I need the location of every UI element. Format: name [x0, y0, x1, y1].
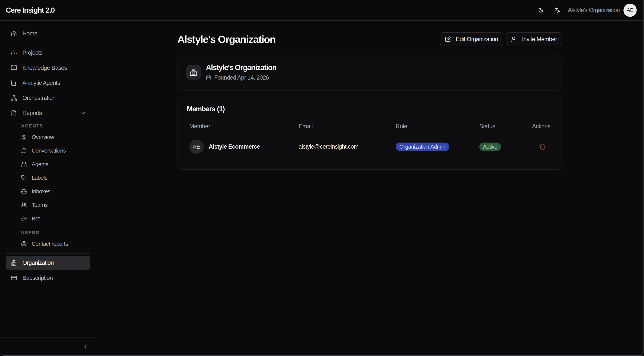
section-label-users: USERS	[12, 226, 90, 238]
member-table-row: AE Alstyle Ecommerce aistyle@cereinsight…	[189, 135, 553, 158]
dark-mode-toggle-button[interactable]	[538, 7, 544, 13]
sidebar-item-label: Subscription	[22, 274, 53, 281]
invite-member-button[interactable]: Invite Member	[506, 33, 562, 46]
sidebar-item-label: Labels	[32, 175, 48, 181]
sidebar-divider	[6, 44, 90, 44]
role-badge: Organization Admin	[396, 143, 449, 151]
bot-message-square-icon	[21, 216, 32, 221]
sidebar-item-label: Analytic Agents	[22, 80, 60, 86]
file-chart-column-icon	[11, 110, 22, 116]
sidebar-item-bot[interactable]: Bot	[12, 212, 90, 225]
sidebar-item-labels[interactable]: Labels	[12, 172, 90, 184]
invite-member-label: Invite Member	[522, 36, 557, 43]
tag-icon	[21, 175, 32, 181]
section-label-agents: AGENTS	[12, 121, 90, 131]
sidebar-collapse-button[interactable]	[82, 343, 88, 349]
sidebar-item-agents[interactable]: Agents	[12, 158, 90, 170]
edit-organization-label: Edit Organization	[456, 36, 498, 43]
sidebar-item-contact-reports[interactable]: Contact reports	[12, 238, 90, 250]
reports-subnav: AGENTS Overview Conversations	[12, 121, 90, 251]
chart-column-icon	[11, 80, 22, 86]
app-logo: Cere Insight 2.0	[6, 6, 55, 14]
sidebar-item-knowledge-bases[interactable]: Knowledge Bases	[6, 61, 90, 75]
sidebar-spacer	[6, 286, 90, 337]
sidebar-item-label: Teams	[32, 202, 48, 208]
sidebar-item-label: Contact reports	[32, 241, 68, 247]
organization-card: Alstyle's Organization Founded Apr 14, 2…	[178, 54, 562, 91]
organization-card-info: Alstyle's Organization Founded Apr 14, 2…	[206, 63, 276, 82]
sidebar-item-label: Knowledge Bases	[22, 65, 67, 71]
edit-organization-button[interactable]: Edit Organization	[440, 33, 503, 46]
sidebar-item-teams[interactable]: Teams	[12, 199, 90, 211]
column-header-status: Status	[479, 123, 532, 130]
users-round-icon	[21, 202, 32, 208]
status-badge: Active	[479, 143, 501, 151]
member-name: Alstyle Ecommerce	[209, 143, 260, 150]
member-cell: AE Alstyle Ecommerce	[189, 140, 299, 154]
sidebar: Home Projects Knowledge Bases Analyt	[0, 21, 96, 355]
topbar-organization-name: Alstyle's Organization	[568, 7, 620, 14]
calendar-icon	[206, 75, 214, 81]
users-icon	[21, 161, 32, 167]
trash-icon	[539, 144, 546, 150]
page-title: Alstyle's Organization	[178, 33, 276, 45]
sidebar-item-label: Overview	[32, 134, 54, 140]
moon-icon	[538, 7, 544, 13]
sidebar-item-label: Home	[22, 30, 38, 37]
organization-founded: Founded Apr 14, 2026	[206, 74, 276, 82]
sidebar-item-label: Reports	[22, 110, 42, 117]
sidebar-item-orchestration[interactable]: Orchestration	[6, 91, 90, 105]
member-status-cell: Active	[479, 143, 532, 151]
sidebar-item-label: Agents	[32, 161, 48, 167]
members-title: Members (1)	[187, 105, 553, 113]
house-icon	[11, 31, 22, 37]
column-header-email: Email	[299, 123, 396, 130]
network-icon	[11, 95, 22, 101]
members-card: Members (1) Member Email Role Status Act…	[178, 96, 562, 170]
column-header-role: Role	[396, 123, 479, 130]
member-avatar: AE	[189, 140, 204, 154]
sidebar-item-label: Orchestration	[22, 95, 56, 101]
main-content: Alstyle's Organization Edit Organization	[96, 21, 644, 355]
column-header-member: Member	[189, 123, 299, 130]
sidebar-item-label: Inboxes	[32, 188, 50, 195]
building-icon	[189, 68, 198, 76]
sidebar-item-inboxes[interactable]: Inboxes	[12, 185, 90, 197]
sidebar-item-analytic-agents[interactable]: Analytic Agents	[6, 76, 90, 90]
sidebar-item-home[interactable]: Home	[6, 27, 90, 40]
topbar-right: Alstyle's Organization AE	[538, 4, 637, 17]
app-window: Cere Insight 2.0 Alstyle's Organization …	[0, 0, 644, 356]
organization-name: Alstyle's Organization	[206, 63, 276, 72]
sidebar-item-organization[interactable]: Organization	[6, 256, 90, 270]
sidebar-item-conversations[interactable]: Conversations	[12, 145, 90, 157]
header-actions: Edit Organization Invite Member	[440, 33, 562, 46]
topbar: Cere Insight 2.0 Alstyle's Organization …	[0, 0, 644, 21]
layout-dashboard-icon	[21, 134, 32, 140]
message-circle-icon	[21, 148, 32, 154]
sidebar-item-projects[interactable]: Projects	[6, 46, 90, 60]
sidebar-item-overview[interactable]: Overview	[12, 131, 90, 143]
sidebar-item-subscription[interactable]: Subscription	[6, 271, 90, 285]
user-avatar[interactable]: AE	[624, 4, 637, 17]
members-table: Member Email Role Status Actions AE Alst…	[187, 123, 553, 158]
language-button[interactable]	[555, 7, 560, 13]
book-open-icon	[11, 65, 22, 71]
square-pen-icon	[445, 36, 456, 42]
column-header-actions: Actions	[532, 123, 553, 130]
delete-member-button[interactable]	[539, 144, 546, 150]
organization-founded-text: Founded Apr 14, 2026	[214, 74, 269, 82]
member-role-cell: Organization Admin	[396, 143, 479, 151]
page-header: Alstyle's Organization Edit Organization	[178, 33, 562, 46]
members-table-header: Member Email Role Status Actions	[189, 123, 553, 135]
member-email: aistyle@cereinsight.com	[299, 143, 396, 150]
user-plus-icon	[511, 36, 522, 42]
sidebar-item-label: Conversations	[32, 147, 66, 154]
building-icon	[11, 260, 22, 266]
organization-icon-tile	[186, 65, 201, 80]
chevron-down-icon[interactable]	[80, 110, 86, 116]
sidebar-item-label: Projects	[22, 49, 42, 56]
credit-card-icon	[11, 275, 22, 281]
sidebar-item-reports[interactable]: Reports	[6, 106, 90, 120]
inbox-icon	[21, 189, 32, 194]
sidebar-divider	[6, 253, 90, 254]
